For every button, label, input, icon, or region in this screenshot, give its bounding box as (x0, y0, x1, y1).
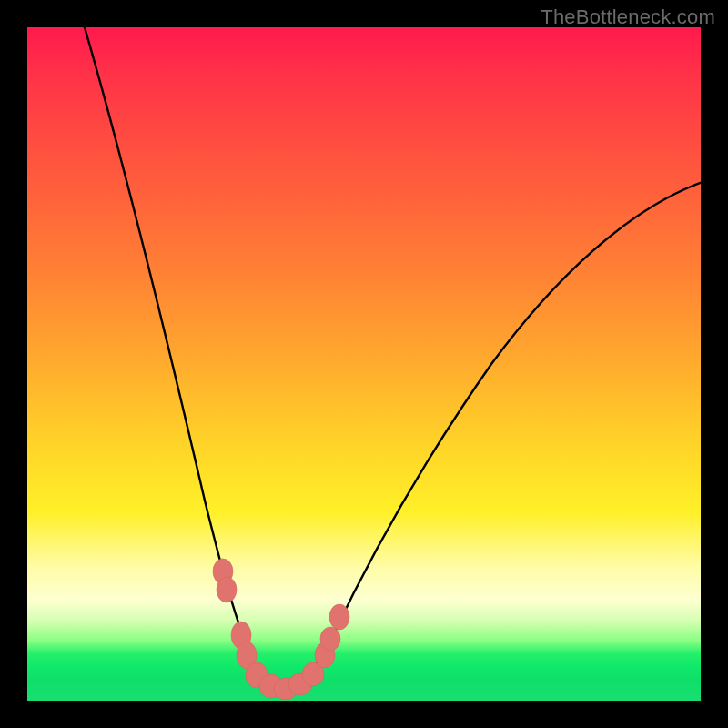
bottleneck-curve (82, 27, 701, 689)
marker-dot (217, 577, 237, 602)
marker-dot (320, 627, 340, 651)
marker-group (213, 559, 349, 700)
watermark-text: TheBottleneck.com (541, 5, 715, 29)
chart-svg (27, 27, 701, 701)
marker-dot (329, 604, 349, 630)
outer-frame: TheBottleneck.com (0, 0, 728, 728)
plot-area (27, 27, 701, 701)
